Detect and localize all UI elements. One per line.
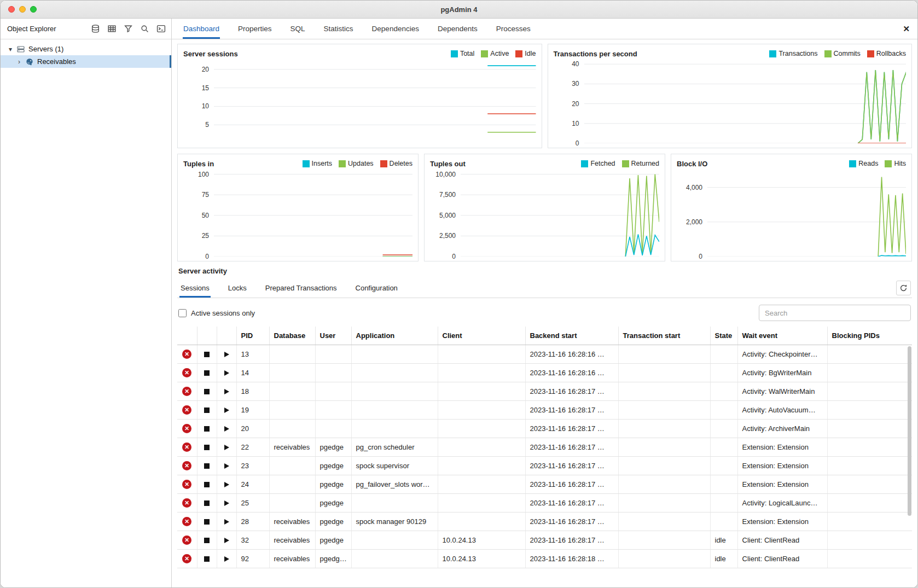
column-header-wait-event[interactable]: Wait event [737,327,827,345]
table-scrollbar[interactable] [907,345,912,568]
session-details-button[interactable] [224,352,229,357]
column-header-state[interactable]: State [710,327,737,345]
session-details-button[interactable] [224,370,229,376]
filtered-rows-icon[interactable] [121,22,135,36]
column-header-user[interactable]: User [315,327,351,345]
column-header-database[interactable]: Database [269,327,315,345]
refresh-icon[interactable] [896,281,911,295]
terminate-session-button[interactable]: ✕ [182,554,191,563]
tab-statistics[interactable]: Statistics [323,19,354,39]
column-header-transaction-start[interactable]: Transaction start [618,327,710,345]
session-row[interactable]: ✕32receivablespgedge10.0.24.132023-11-16… [177,531,912,549]
cancel-query-button[interactable] [204,538,210,543]
cell-state [710,438,737,456]
terminate-session-button[interactable]: ✕ [182,405,191,415]
cancel-query-button[interactable] [204,389,210,394]
session-row[interactable]: ✕24pgedgepg_failover_slots wor…2023-11-1… [177,475,912,493]
session-row[interactable]: ✕25pgedge2023-11-16 16:28:17 …Activity: … [177,493,912,512]
session-row[interactable]: ✕182023-11-16 16:28:17 …Activity: WalWri… [177,382,912,400]
session-details-button[interactable] [224,445,229,450]
cancel-query-button[interactable] [204,426,210,432]
terminate-session-button[interactable]: ✕ [182,443,191,452]
tab-sessions[interactable]: Sessions [179,279,211,298]
column-header-blocking-pids[interactable]: Blocking PIDs [827,327,912,345]
cell-wait-event: Extension: Extension [737,475,827,493]
zoom-window-button[interactable] [30,6,37,13]
column-header-application[interactable]: Application [351,327,438,345]
cancel-query-button[interactable] [204,370,210,376]
tab-dashboard[interactable]: Dashboard [183,19,220,39]
terminate-session-button[interactable]: ✕ [182,517,191,526]
tab-sql[interactable]: SQL [290,19,306,39]
session-details-button[interactable] [224,556,229,562]
psql-tool-icon[interactable] [154,22,168,36]
cell-state: idle [710,549,737,568]
column-header-client[interactable]: Client [438,327,525,345]
query-tool-icon[interactable] [88,22,102,36]
chart-plot-area [461,170,659,257]
session-details-button[interactable] [224,407,229,413]
close-panel-icon[interactable]: ✕ [903,25,910,33]
column-header-backend-start[interactable]: Backend start [525,327,618,345]
view-data-icon[interactable] [104,22,119,36]
session-details-button[interactable] [224,463,229,469]
session-row[interactable]: ✕23pgedgespock supervisor2023-11-16 16:2… [177,456,912,475]
terminate-session-button[interactable]: ✕ [182,368,191,377]
terminate-session-button[interactable]: ✕ [182,387,191,396]
stop-icon [204,389,210,394]
session-row[interactable]: ✕192023-11-16 16:28:17 …Activity: AutoVa… [177,400,912,419]
tab-prepared-transactions[interactable]: Prepared Transactions [264,279,338,298]
tab-configuration[interactable]: Configuration [355,279,399,298]
session-row[interactable]: ✕22receivablespgedgepg_cron scheduler202… [177,438,912,456]
search-input[interactable] [759,305,911,321]
cell-wait-event: Extension: Extension [737,512,827,531]
tree-item-receivables[interactable]: › Receivables [1,55,171,68]
tree-item-servers[interactable]: ▾ Servers (1) [1,43,171,55]
minimize-window-button[interactable] [19,6,26,13]
tab-properties[interactable]: Properties [237,19,272,39]
chevron-down-icon[interactable]: ▾ [8,45,13,53]
tree-item-label: Receivables [37,57,76,66]
search-objects-icon[interactable] [137,22,152,36]
terminate-session-button[interactable]: ✕ [182,535,191,545]
tab-dependents[interactable]: Dependents [437,19,478,39]
legend-label: Inserts [312,160,333,167]
cancel-query-button[interactable] [204,407,210,413]
session-row[interactable]: ✕132023-11-16 16:28:16 …Activity: Checkp… [177,345,912,363]
cell-pid: 20 [236,419,269,438]
session-row[interactable]: ✕28receivablespgedgespock manager 901292… [177,512,912,531]
session-details-button[interactable] [224,482,229,487]
session-row[interactable]: ✕202023-11-16 16:28:17 …Activity: Archiv… [177,419,912,438]
cancel-query-button[interactable] [204,500,210,506]
table-scrollbar-thumb[interactable] [908,346,911,516]
active-sessions-only-checkbox[interactable] [178,309,187,317]
session-details-button[interactable] [224,500,229,506]
terminate-session-button[interactable]: ✕ [182,480,191,489]
session-details-button[interactable] [224,538,229,543]
terminate-session-button[interactable]: ✕ [182,350,191,359]
column-header-pid[interactable]: PID [236,327,269,345]
session-row[interactable]: ✕142023-11-16 16:28:16 …Activity: BgWrit… [177,363,912,382]
session-details-button[interactable] [224,426,229,432]
legend-swatch [481,50,488,57]
cancel-query-button[interactable] [204,519,210,525]
chevron-right-icon[interactable]: › [16,58,22,66]
terminate-session-button[interactable]: ✕ [182,461,191,470]
cancel-query-button[interactable] [204,352,210,357]
cancel-query-button[interactable] [204,556,210,562]
tab-dependencies[interactable]: Dependencies [371,19,420,39]
tab-locks[interactable]: Locks [227,279,248,298]
tab-processes[interactable]: Processes [496,19,531,39]
chart-plot-area [584,60,907,143]
session-row[interactable]: ✕92receivablespgedg…10.0.24.132023-11-16… [177,549,912,568]
terminate-session-button[interactable]: ✕ [182,498,191,508]
cancel-query-button[interactable] [204,463,210,469]
session-details-button[interactable] [224,519,229,525]
cancel-query-button[interactable] [204,445,210,450]
terminate-session-button[interactable]: ✕ [182,424,191,433]
cancel-query-button[interactable] [204,482,210,487]
close-window-button[interactable] [8,6,15,13]
cell-state [710,345,737,363]
y-axis-labels: 02,0004,000 [677,170,707,257]
session-details-button[interactable] [224,389,229,394]
